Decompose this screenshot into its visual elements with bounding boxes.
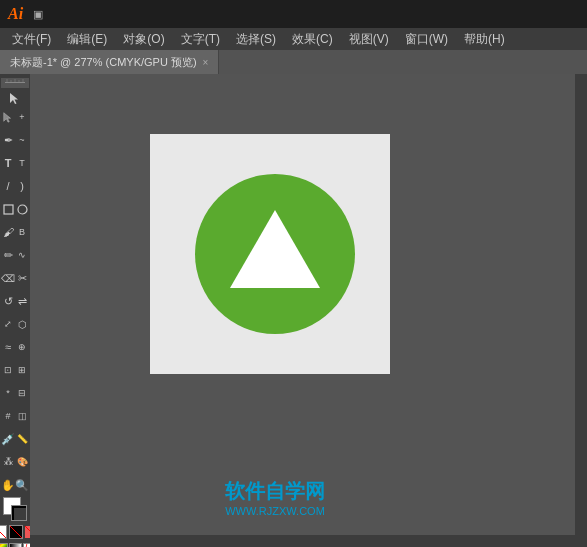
title-bar-icon: ▣ <box>33 8 43 21</box>
shape-tool-pair[interactable] <box>1 198 29 220</box>
menu-text[interactable]: 文字(T) <box>173 29 228 50</box>
live-paint-tool[interactable]: 🎨 <box>15 451 29 473</box>
gradient-tool[interactable]: ◫ <box>15 405 29 427</box>
pen-tool-pair[interactable]: ✒ ~ <box>1 129 29 151</box>
eyedropper-tool-pair[interactable]: 💉 📏 <box>1 428 29 450</box>
direct-selection-tool[interactable] <box>1 106 15 128</box>
symbol-sprayer-tool[interactable]: * <box>1 382 15 404</box>
tab-bar: 未标题-1* @ 277% (CMYK/GPU 预览) × <box>0 50 587 74</box>
puppet-warp-tool[interactable]: ⊕ <box>15 336 29 358</box>
svg-rect-0 <box>5 82 25 83</box>
blob-brush-tool[interactable]: B <box>15 221 29 243</box>
shear-tool[interactable]: ⬡ <box>15 313 29 335</box>
vertical-scrollbar[interactable] <box>575 74 587 535</box>
direct-selection-pair[interactable]: + <box>1 106 29 128</box>
menu-view[interactable]: 视图(V) <box>341 29 397 50</box>
type-tool-pair[interactable]: T T <box>1 152 29 174</box>
no-color-buttons <box>0 525 30 539</box>
eraser-tool-pair[interactable]: ⌫ ✂ <box>1 267 29 289</box>
none-stroke-button[interactable] <box>9 525 23 539</box>
pen-tool[interactable]: ✒ <box>1 129 15 151</box>
hand-tool[interactable]: ✋ <box>1 474 15 496</box>
fill-stroke-swatches[interactable] <box>3 497 27 521</box>
menu-object[interactable]: 对象(O) <box>115 29 172 50</box>
watermark-english: WWW.RJZXW.COM <box>130 505 420 517</box>
tab-close-button[interactable]: × <box>203 57 209 68</box>
line-tool[interactable]: / <box>1 175 15 197</box>
graph-tool-pair[interactable]: ⊡ ⊞ <box>1 359 29 381</box>
watermark: 软件自学网 WWW.RJZXW.COM <box>130 478 420 517</box>
green-circle <box>195 174 355 334</box>
document-tab[interactable]: 未标题-1* @ 277% (CMYK/GPU 预览) × <box>0 50 219 74</box>
ruler <box>1 78 29 88</box>
menu-select[interactable]: 选择(S) <box>228 29 284 50</box>
canvas-area: 软件自学网 WWW.RJZXW.COM <box>30 74 587 547</box>
color-mode-button[interactable] <box>0 543 8 547</box>
mesh-tool[interactable]: # <box>1 405 15 427</box>
scale-tool[interactable]: ⤢ <box>1 313 15 335</box>
warp-tool[interactable]: ≈ <box>1 336 15 358</box>
scissors-tool[interactable]: ✂ <box>15 267 29 289</box>
zoom-tool[interactable]: 🔍 <box>15 474 29 496</box>
measure-tool[interactable]: 📏 <box>15 428 29 450</box>
symbol-tool-pair[interactable]: * ⊟ <box>1 382 29 404</box>
tab-label: 未标题-1* @ 277% (CMYK/GPU 预览) <box>10 55 197 70</box>
menu-effect[interactable]: 效果(C) <box>284 29 341 50</box>
ellipse-tool[interactable] <box>15 198 29 220</box>
eraser-tool[interactable]: ⌫ <box>1 267 15 289</box>
rectangle-tool[interactable] <box>1 198 15 220</box>
warp-tool-pair[interactable]: ≈ ⊕ <box>1 336 29 358</box>
curvature-tool[interactable]: ~ <box>15 129 29 151</box>
zoom-hand-pair[interactable]: ✋ 🔍 <box>1 474 29 496</box>
reflect-tool[interactable]: ⇌ <box>15 290 29 312</box>
group-selection-tool[interactable]: + <box>15 106 29 128</box>
svg-marker-6 <box>10 93 18 104</box>
none-mode-button[interactable]: / <box>23 543 31 547</box>
menu-file[interactable]: 文件(F) <box>4 29 59 50</box>
main-area: + ✒ ~ T T / ) 🖌 B ✏ ∿ <box>0 74 587 547</box>
color-mode-icons: / <box>0 543 30 547</box>
color-swatches: / <box>0 497 30 547</box>
none-fill-button[interactable] <box>0 525 7 539</box>
column-graph-tool[interactable]: ⊟ <box>15 382 29 404</box>
gradient-mode-button[interactable] <box>9 543 22 547</box>
blend-tool-pair[interactable]: ⁂ 🎨 <box>1 451 29 473</box>
menu-edit[interactable]: 编辑(E) <box>59 29 115 50</box>
pencil-tool[interactable]: ✏ <box>1 244 15 266</box>
menu-help[interactable]: 帮助(H) <box>456 29 513 50</box>
eyedropper-tool[interactable]: 💉 <box>1 428 15 450</box>
toolbar: + ✒ ~ T T / ) 🖌 B ✏ ∿ <box>0 74 30 547</box>
selection-tool[interactable] <box>1 91 29 105</box>
graphic-container <box>185 164 365 344</box>
horizontal-scrollbar[interactable] <box>30 535 587 547</box>
stroke-swatch[interactable] <box>11 505 27 521</box>
rotate-tool-pair[interactable]: ↺ ⇌ <box>1 290 29 312</box>
paintbrush-tool[interactable]: 🖌 <box>1 221 15 243</box>
scale-tool-pair[interactable]: ⤢ ⬡ <box>1 313 29 335</box>
svg-marker-7 <box>4 113 11 122</box>
blend-tool[interactable]: ⁂ <box>1 451 15 473</box>
svg-rect-8 <box>4 205 13 214</box>
menu-window[interactable]: 窗口(W) <box>397 29 456 50</box>
line-tool-pair[interactable]: / ) <box>1 175 29 197</box>
free-transform-tool[interactable]: ⊡ <box>1 359 15 381</box>
arc-tool[interactable]: ) <box>15 175 29 197</box>
pencil-tool-pair[interactable]: ✏ ∿ <box>1 244 29 266</box>
svg-point-9 <box>18 205 27 214</box>
vertical-type-tool[interactable]: T <box>15 152 29 174</box>
title-bar: Ai ▣ <box>0 0 587 28</box>
brush-tool-pair[interactable]: 🖌 B <box>1 221 29 243</box>
rotate-tool[interactable]: ↺ <box>1 290 15 312</box>
smooth-tool[interactable]: ∿ <box>15 244 29 266</box>
white-triangle <box>230 210 320 288</box>
perspective-tool[interactable]: ⊞ <box>15 359 29 381</box>
mesh-tool-pair[interactable]: # ◫ <box>1 405 29 427</box>
watermark-chinese: 软件自学网 <box>130 478 420 505</box>
app-logo: Ai <box>8 5 23 23</box>
type-tool[interactable]: T <box>1 152 15 174</box>
menu-bar: 文件(F) 编辑(E) 对象(O) 文字(T) 选择(S) 效果(C) 视图(V… <box>0 28 587 50</box>
